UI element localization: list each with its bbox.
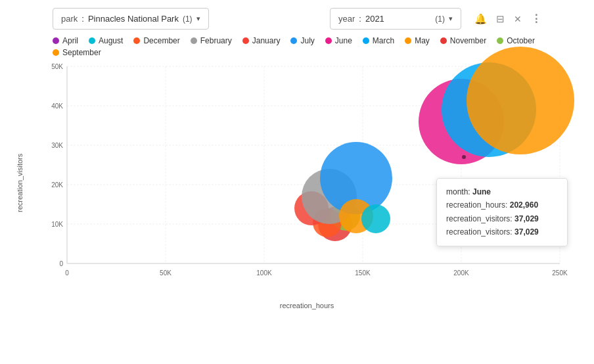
legend-label-september: September (62, 48, 101, 57)
legend-label-april: April (62, 36, 78, 45)
park-filter-value: Pinnacles National Park (88, 14, 179, 24)
legend-label-march: March (373, 36, 394, 45)
legend-label-june: June (335, 36, 352, 45)
legend-dot-april (53, 37, 59, 44)
bubble-august[interactable] (361, 204, 390, 233)
legend-dot-june (325, 37, 332, 44)
legend-dot-march (363, 37, 369, 44)
lightning-icon[interactable]: ✕ (514, 14, 522, 24)
legend-item-february: February (191, 36, 232, 45)
svg-text:50K: 50K (51, 63, 63, 70)
legend-label-january: January (252, 36, 281, 45)
more-icon[interactable]: ⋮ (531, 12, 541, 25)
legend-item-january: January (242, 36, 281, 45)
legend-item-june: June (325, 36, 352, 45)
svg-text:100K: 100K (256, 269, 272, 277)
svg-text:250K: 250K (552, 269, 568, 277)
legend-label-october: October (507, 36, 535, 45)
svg-text:0: 0 (65, 269, 69, 277)
legend-label-february: February (200, 36, 232, 45)
park-filter-label: park (61, 14, 78, 24)
legend-label-july: July (300, 36, 314, 45)
toolbar-icons: 🔔 ⊟ ✕ ⋮ (474, 12, 541, 25)
park-filter-chevron: ▾ (196, 14, 200, 23)
year-filter-label: year (338, 14, 355, 24)
y-axis-label: recreation_visitors (13, 66, 26, 299)
legend-item-july: July (290, 36, 314, 45)
legend-label-november: November (450, 36, 486, 45)
filter-icon[interactable]: ⊟ (496, 13, 505, 25)
legend-label-august: August (99, 36, 123, 45)
svg-text:20K: 20K (51, 181, 63, 189)
year-filter[interactable]: year: 2021 (1) ▾ (330, 8, 461, 30)
year-filter-count: (1) (435, 14, 445, 24)
year-filter-value: 2021 (365, 14, 384, 24)
svg-text:30K: 30K (51, 142, 63, 149)
legend-dot-december (133, 37, 140, 44)
bell-icon[interactable]: 🔔 (474, 13, 487, 25)
cursor-indicator (462, 155, 466, 159)
legend-dot-july (290, 37, 297, 44)
legend-item-december: December (133, 36, 179, 45)
legend-dot-november (440, 37, 447, 44)
legend-dot-may (405, 37, 411, 44)
legend-item-march: March (363, 36, 394, 45)
legend-item-august: August (89, 36, 123, 45)
legend-item-november: November (440, 36, 486, 45)
top-bar: park: Pinnacles National Park (1) ▾ year… (0, 0, 594, 35)
legend-dot-february (191, 37, 197, 44)
legend-item-october: October (497, 36, 535, 45)
svg-text:10K: 10K (51, 221, 63, 228)
park-filter-count: (1) (183, 14, 193, 24)
svg-text:200K: 200K (453, 269, 469, 277)
park-filter[interactable]: park: Pinnacles National Park (1) ▾ (53, 8, 209, 30)
legend-dot-september (53, 49, 59, 56)
scatter-chart: 0 10K 20K 30K 40K 50K 0 50K 100K 150K 20… (26, 60, 581, 296)
legend-item-april: April (53, 36, 78, 45)
legend-item-september: September (53, 48, 101, 57)
year-filter-chevron: ▾ (449, 14, 453, 23)
x-axis-label: recreation_hours (33, 302, 581, 309)
legend-label-december: December (143, 36, 179, 45)
svg-text:0: 0 (59, 260, 63, 267)
svg-text:50K: 50K (160, 269, 171, 277)
legend-dot-october (497, 37, 503, 44)
svg-text:40K: 40K (51, 102, 63, 110)
legend-dot-january (242, 37, 249, 44)
svg-text:150K: 150K (355, 269, 371, 277)
legend-dot-august (89, 37, 95, 44)
bubble-april-may[interactable] (467, 47, 574, 154)
legend-item-may: May (405, 36, 430, 45)
legend-label-may: May (415, 36, 430, 45)
